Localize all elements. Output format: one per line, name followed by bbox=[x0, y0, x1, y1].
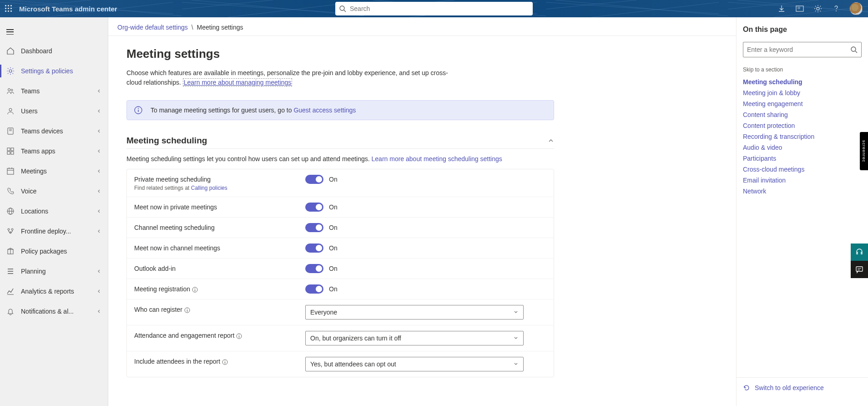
collapse-sidebar-button[interactable] bbox=[0, 23, 108, 41]
svg-point-14 bbox=[817, 7, 819, 10]
keyword-search-box[interactable] bbox=[743, 42, 862, 57]
dropdown[interactable]: Yes, but attendees can opt out bbox=[305, 357, 524, 371]
sidebar-item-locations[interactable]: Locations bbox=[0, 201, 108, 221]
ticket-button[interactable] bbox=[795, 4, 804, 13]
nav-label: Teams apps bbox=[21, 147, 90, 155]
guest-access-link[interactable]: Guest access settings bbox=[293, 107, 356, 114]
sidebar-item-users[interactable]: Users bbox=[0, 101, 108, 121]
info-icon[interactable] bbox=[192, 287, 198, 293]
dropdown[interactable]: Everyone bbox=[305, 305, 524, 320]
sidebar-item-notifications-al[interactable]: Notifications & al... bbox=[0, 301, 108, 321]
frontline-icon bbox=[6, 227, 15, 235]
sidebar-item-settings-policies[interactable]: Settings & policies bbox=[0, 61, 108, 81]
toggle[interactable] bbox=[305, 175, 323, 184]
package-icon bbox=[6, 247, 15, 255]
setting-label: Outlook add-in bbox=[134, 264, 305, 272]
search-box[interactable] bbox=[335, 2, 533, 15]
sidebar-item-voice[interactable]: Voice bbox=[0, 181, 108, 201]
plan-icon bbox=[6, 267, 15, 275]
user-avatar[interactable] bbox=[850, 2, 863, 15]
setting-label: Include attendees in the report bbox=[134, 357, 305, 365]
sidebar-item-analytics-reports[interactable]: Analytics & reports bbox=[0, 281, 108, 301]
toc-link-meeting-join-lobby[interactable]: Meeting join & lobby bbox=[743, 87, 862, 98]
toggle[interactable] bbox=[305, 203, 323, 212]
search-input[interactable] bbox=[350, 5, 529, 12]
sidebar-item-teams-apps[interactable]: Teams apps bbox=[0, 141, 108, 161]
setting-row-include-attendees-in-the-report: Include attendees in the reportYes, but … bbox=[127, 351, 554, 377]
nav-label: Planning bbox=[21, 268, 90, 275]
info-icon[interactable] bbox=[222, 359, 228, 365]
svg-line-58 bbox=[855, 51, 857, 53]
sidebar-item-meetings[interactable]: Meetings bbox=[0, 161, 108, 181]
setting-label: Meet now in channel meetings bbox=[134, 244, 305, 252]
svg-point-17 bbox=[8, 89, 10, 91]
setting-label: Who can register bbox=[134, 305, 305, 313]
keyword-input[interactable] bbox=[747, 46, 850, 53]
settings-button[interactable] bbox=[813, 4, 823, 13]
setting-row-private-meeting-scheduling: Private meeting schedulingFind related s… bbox=[127, 169, 554, 197]
toc-link-cross-cloud-meetings[interactable]: Cross-cloud meetings bbox=[743, 164, 862, 175]
sidebar-item-teams[interactable]: Teams bbox=[0, 81, 108, 101]
search-container bbox=[335, 2, 533, 15]
sidebar-item-planning[interactable]: Planning bbox=[0, 261, 108, 281]
toggle[interactable] bbox=[305, 244, 323, 253]
chat-icon bbox=[855, 265, 863, 274]
related-link[interactable]: Calling policies bbox=[191, 185, 227, 191]
svg-point-19 bbox=[9, 108, 12, 111]
chevron-down-icon bbox=[513, 361, 519, 367]
info-icon[interactable] bbox=[184, 307, 190, 313]
sidebar-item-policy-packages[interactable]: Policy packages bbox=[0, 241, 108, 261]
setting-label: Attendance and engagement report bbox=[134, 331, 305, 339]
toc-link-email-invitation[interactable]: Email invitation bbox=[743, 175, 862, 186]
feedback-button[interactable] bbox=[851, 261, 868, 278]
bell-icon bbox=[6, 307, 15, 315]
breadcrumb-parent-link[interactable]: Org-wide default settings bbox=[117, 24, 188, 31]
nav-label: Analytics & reports bbox=[21, 288, 90, 295]
page-title: Meeting settings bbox=[126, 47, 554, 61]
toggle-state-label: On bbox=[329, 224, 338, 231]
phone-icon bbox=[6, 187, 15, 195]
toc-link-content-protection[interactable]: Content protection bbox=[743, 120, 862, 131]
toc-link-network[interactable]: Network bbox=[743, 186, 862, 197]
toc-link-participants[interactable]: Participants bbox=[743, 153, 862, 164]
svg-rect-0 bbox=[5, 5, 6, 6]
toggle[interactable] bbox=[305, 264, 323, 273]
toc-link-audio-video[interactable]: Audio & video bbox=[743, 142, 862, 153]
section-header-meeting-scheduling[interactable]: Meeting scheduling bbox=[126, 136, 554, 149]
setting-row-outlook-add-in: Outlook add-inOn bbox=[127, 259, 554, 279]
sidebar-item-dashboard[interactable]: Dashboard bbox=[0, 41, 108, 61]
chevron-down-icon bbox=[96, 309, 101, 314]
help-button[interactable] bbox=[832, 4, 841, 13]
app-launcher-button[interactable] bbox=[0, 0, 17, 17]
app-header: Microsoft Teams admin center bbox=[0, 0, 868, 17]
dropdown[interactable]: On, but organizers can turn it off bbox=[305, 331, 524, 345]
sidebar-item-frontline-deploy[interactable]: Frontline deploy... bbox=[0, 221, 108, 241]
toc-link-recording-transcription[interactable]: Recording & transcription bbox=[743, 131, 862, 142]
switch-old-experience-button[interactable]: Switch to old experience bbox=[737, 377, 868, 398]
toggle-state-label: On bbox=[329, 176, 338, 183]
chevron-down-icon bbox=[96, 188, 101, 194]
learn-more-link[interactable]: Learn more about managing meetings bbox=[183, 78, 293, 86]
toc-link-meeting-scheduling[interactable]: Meeting scheduling bbox=[743, 76, 862, 87]
svg-point-43 bbox=[138, 108, 139, 109]
help-headset-button[interactable] bbox=[851, 244, 868, 261]
svg-rect-3 bbox=[5, 8, 6, 9]
chevron-down-icon bbox=[96, 208, 101, 214]
toc-link-meeting-engagement[interactable]: Meeting engagement bbox=[743, 98, 862, 109]
nav-label: Policy packages bbox=[21, 248, 101, 255]
download-button[interactable] bbox=[777, 4, 786, 13]
sidebar: DashboardSettings & policiesTeamsUsersTe… bbox=[0, 17, 108, 406]
refresh-icon bbox=[743, 384, 750, 391]
info-icon[interactable] bbox=[236, 333, 242, 339]
setting-sublabel: Find related settings at Calling policie… bbox=[134, 185, 305, 191]
svg-rect-25 bbox=[7, 152, 10, 154]
setting-row-who-can-register: Who can registerEveryone bbox=[127, 299, 554, 325]
toc-link-content-sharing[interactable]: Content sharing bbox=[743, 109, 862, 120]
apps-icon bbox=[6, 147, 15, 155]
svg-rect-7 bbox=[8, 10, 9, 12]
toggle[interactable] bbox=[305, 223, 323, 232]
sidebar-item-teams-devices[interactable]: Teams devices bbox=[0, 121, 108, 141]
search-icon bbox=[339, 5, 346, 12]
learn-more-scheduling-link[interactable]: Learn more about meeting scheduling sett… bbox=[372, 155, 502, 162]
toggle[interactable] bbox=[305, 284, 323, 294]
